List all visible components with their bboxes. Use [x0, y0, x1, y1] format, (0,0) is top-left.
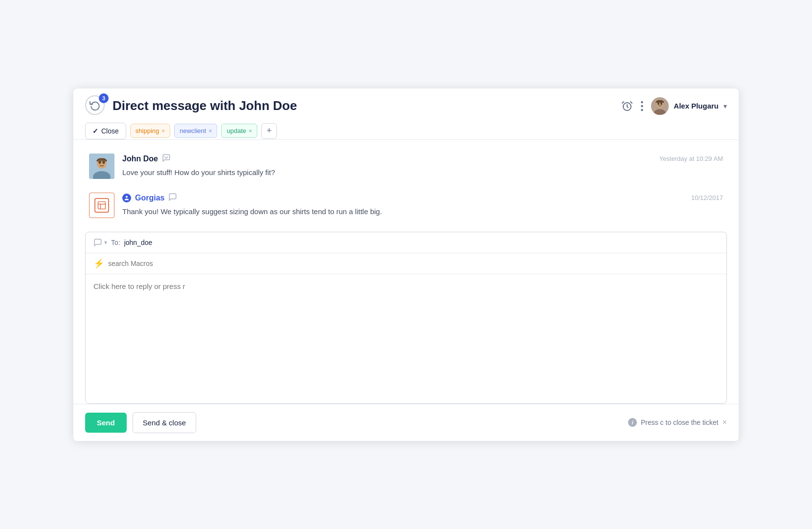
history-badge[interactable]: 3 — [85, 95, 107, 117]
svg-point-3 — [641, 101, 643, 103]
main-container: 3 Direct message with John Doe — [73, 88, 739, 441]
svg-point-5 — [641, 109, 643, 110]
agent-selector[interactable]: Alex Plugaru ▾ — [651, 97, 727, 115]
reply-textarea[interactable] — [86, 274, 726, 401]
svg-point-19 — [126, 196, 128, 198]
message-text-john: Love your stuff! How do your shirts typi… — [122, 167, 723, 178]
agent-name: Alex Plugaru — [674, 102, 719, 110]
alarm-icon-button[interactable] — [621, 100, 633, 112]
channel-dropdown-arrow: ▾ — [104, 239, 107, 246]
close-hint: i Press c to close the ticket × — [628, 418, 727, 427]
reply-to-row: ▾ To: john_doe — [86, 232, 726, 253]
reply-to-value: john_doe — [124, 239, 153, 246]
bolt-icon: ⚡ — [93, 258, 104, 269]
svg-line-1 — [622, 102, 624, 103]
message-time-john: Yesterday at 10:29 AM — [659, 155, 723, 162]
svg-rect-16 — [98, 201, 106, 209]
tag-newclient-label: newclient — [180, 127, 206, 134]
gorgias-icon — [94, 198, 109, 213]
svg-point-10 — [660, 102, 662, 105]
close-hint-dismiss[interactable]: × — [722, 418, 727, 427]
header: 3 Direct message with John Doe — [73, 88, 739, 140]
tag-update-label: update — [226, 127, 246, 134]
message-time-gorgias: 10/12/2017 — [691, 194, 723, 201]
svg-point-4 — [641, 105, 643, 107]
tag-shipping[interactable]: shipping × — [130, 124, 170, 138]
tag-shipping-label: shipping — [135, 127, 159, 134]
reply-to-label: To: — [111, 239, 120, 246]
badge-count: 3 — [99, 93, 109, 103]
message-body-gorgias: Gorgias 10/12/2017 Thank you! We typical… — [122, 193, 723, 218]
check-icon: ✓ — [92, 127, 98, 135]
tag-shipping-remove[interactable]: × — [161, 128, 165, 134]
macros-row: ⚡ — [86, 253, 726, 274]
footer-actions: Send Send & close — [85, 412, 196, 433]
close-tab-button[interactable]: ✓ Close — [85, 123, 126, 139]
reply-area: ▾ To: john_doe ⚡ — [85, 232, 727, 404]
reply-channel-button[interactable]: ▾ — [93, 238, 107, 247]
more-options-icon[interactable] — [641, 101, 643, 111]
sender-name-john: John Doe — [122, 154, 158, 163]
gorgias-user-icon — [122, 194, 131, 202]
message-text-gorgias: Thank you! We typically suggest sizing d… — [122, 206, 723, 218]
page-title: Direct message with John Doe — [113, 98, 297, 113]
send-close-button[interactable]: Send & close — [133, 412, 196, 433]
agent-avatar — [651, 97, 669, 115]
gorgias-channel-icon — [168, 193, 177, 203]
message-body-john: John Doe Yesterday at 10:29 AM Love your… — [122, 154, 723, 178]
john-doe-avatar — [89, 154, 114, 179]
svg-line-2 — [631, 102, 632, 103]
info-icon: i — [628, 418, 637, 427]
tag-update[interactable]: update × — [221, 124, 257, 138]
send-button[interactable]: Send — [85, 413, 127, 433]
message-row-gorgias: Gorgias 10/12/2017 Thank you! We typical… — [89, 193, 723, 218]
agent-chevron-icon: ▾ — [723, 102, 727, 110]
message-row: John Doe Yesterday at 10:29 AM Love your… — [89, 154, 723, 179]
add-tag-button[interactable]: + — [261, 123, 277, 139]
svg-point-9 — [657, 102, 659, 105]
sender-name-gorgias: Gorgias — [135, 194, 164, 202]
macros-search-input[interactable] — [108, 260, 719, 267]
footer: Send Send & close i Press c to close the… — [73, 404, 739, 441]
add-tag-icon: + — [267, 126, 272, 136]
sender-channel-icon — [162, 154, 171, 164]
gorgias-avatar — [89, 193, 114, 218]
messages-area: John Doe Yesterday at 10:29 AM Love your… — [73, 140, 739, 232]
close-tab-label: Close — [101, 127, 119, 135]
tag-newclient-remove[interactable]: × — [208, 128, 212, 134]
close-hint-text: Press c to close the ticket — [641, 419, 719, 426]
tag-update-remove[interactable]: × — [248, 128, 252, 134]
tag-newclient[interactable]: newclient × — [174, 124, 217, 138]
